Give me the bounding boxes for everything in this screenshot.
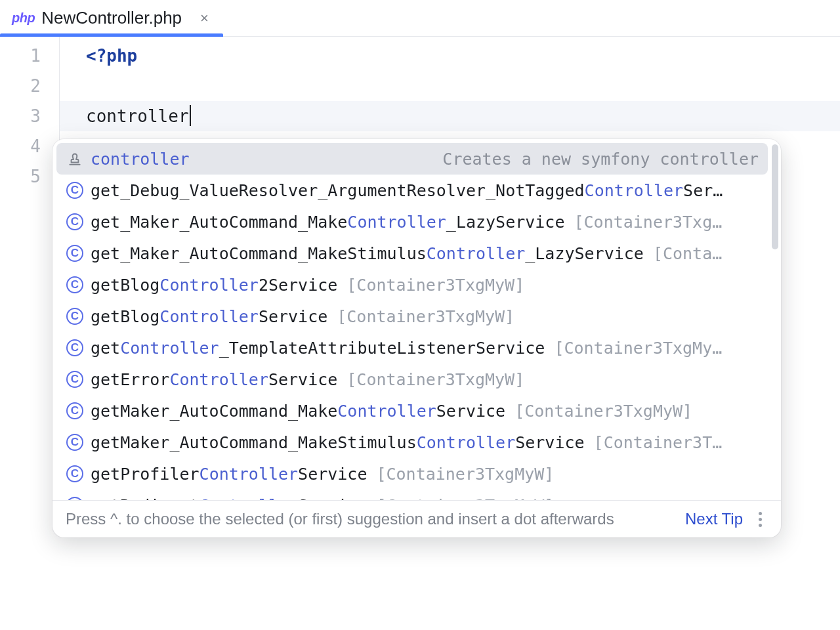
completion-item[interactable]: Cget_Maker_AutoCommand_MakeController_La… bbox=[56, 206, 768, 238]
completion-label: get_Debug_ValueResolver_ArgumentResolver… bbox=[91, 181, 723, 200]
completion-tail: [Container3TxgMy… bbox=[545, 339, 722, 358]
completion-item[interactable]: CgetProfilerControllerService[Container3… bbox=[56, 458, 768, 490]
completion-tail: [Container3TxgMyW] bbox=[367, 496, 554, 501]
completion-tail: [Container3TxgMyW] bbox=[337, 370, 524, 389]
code-line[interactable]: <?php bbox=[86, 41, 840, 71]
line-number: 4 bbox=[0, 131, 41, 161]
class-icon: C bbox=[66, 465, 84, 483]
completion-tail: [Container3TxgMyW] bbox=[337, 276, 524, 295]
completion-tail: [Conta… bbox=[644, 244, 722, 263]
line-number: 5 bbox=[0, 161, 41, 192]
completion-item[interactable]: Cget_Debug_ValueResolver_ArgumentResolve… bbox=[56, 175, 768, 206]
completion-item[interactable]: CgetBlogController2Service[Container3Txg… bbox=[56, 269, 768, 301]
code-line[interactable]: controller bbox=[60, 101, 840, 131]
class-icon: C bbox=[66, 307, 84, 326]
completion-tail: [Container3T… bbox=[585, 433, 723, 452]
completion-label: getRedirectControllerService bbox=[91, 496, 367, 501]
line-number-gutter: 12345 bbox=[0, 37, 59, 192]
live-template-icon bbox=[66, 150, 84, 168]
completion-label: getMaker_AutoCommand_MakeStimulusControl… bbox=[91, 433, 585, 452]
completion-popup: controllerCreates a new symfony controll… bbox=[52, 139, 781, 537]
next-tip-link[interactable]: Next Tip bbox=[685, 510, 743, 528]
completion-label: get_Maker_AutoCommand_MakeController_Laz… bbox=[91, 213, 564, 232]
class-icon: C bbox=[66, 276, 84, 294]
class-icon: C bbox=[66, 433, 84, 452]
class-icon: C bbox=[66, 213, 84, 231]
completion-item[interactable]: CgetMaker_AutoCommand_MakeStimulusContro… bbox=[56, 427, 768, 458]
class-icon: C bbox=[66, 244, 84, 262]
class-icon: C bbox=[66, 402, 84, 420]
line-number: 3 bbox=[0, 101, 41, 131]
completion-scrollbar[interactable] bbox=[772, 144, 778, 249]
code-line[interactable] bbox=[86, 71, 840, 101]
line-number: 2 bbox=[0, 71, 41, 101]
kebab-menu-icon[interactable] bbox=[752, 512, 768, 527]
class-icon: C bbox=[66, 339, 84, 357]
class-icon: C bbox=[66, 181, 84, 200]
completion-item[interactable]: controllerCreates a new symfony controll… bbox=[56, 143, 768, 175]
completion-tail: [Container3TxgMyW] bbox=[327, 307, 514, 326]
completion-item[interactable]: CgetBlogControllerService[Container3TxgM… bbox=[56, 301, 768, 332]
completion-label: controller bbox=[91, 150, 190, 169]
class-icon: C bbox=[66, 496, 84, 500]
editor-tab[interactable]: php NewController.php × bbox=[0, 0, 223, 36]
completion-label: getController_TemplateAttributeListenerS… bbox=[91, 339, 545, 358]
completion-label: getMaker_AutoCommand_MakeControllerServi… bbox=[91, 402, 505, 421]
line-number: 1 bbox=[0, 41, 41, 71]
completion-item[interactable]: CgetRedirectControllerService[Container3… bbox=[56, 490, 768, 500]
tab-bar: php NewController.php × bbox=[0, 0, 840, 37]
completion-label: getProfilerControllerService bbox=[91, 465, 367, 484]
php-filetype-icon: php bbox=[12, 10, 35, 26]
completion-item[interactable]: CgetController_TemplateAttributeListener… bbox=[56, 332, 768, 364]
completion-tail: [Container3Txg… bbox=[564, 213, 722, 232]
text-caret bbox=[190, 105, 191, 126]
completion-item[interactable]: Cget_Maker_AutoCommand_MakeStimulusContr… bbox=[56, 238, 768, 269]
completion-label: getBlogControllerService bbox=[91, 307, 327, 326]
completion-list[interactable]: controllerCreates a new symfony controll… bbox=[52, 139, 781, 500]
completion-item[interactable]: CgetMaker_AutoCommand_MakeControllerServ… bbox=[56, 395, 768, 427]
completion-footer: Press ^. to choose the selected (or firs… bbox=[52, 500, 781, 537]
close-icon[interactable]: × bbox=[198, 10, 211, 27]
completion-label: getErrorControllerService bbox=[91, 370, 337, 389]
completion-label: getBlogController2Service bbox=[91, 276, 337, 295]
completion-tail: Creates a new symfony controller bbox=[432, 150, 759, 169]
class-icon: C bbox=[66, 370, 84, 388]
completion-item[interactable]: CgetErrorControllerService[Container3Txg… bbox=[56, 364, 768, 395]
completion-tail: [Container3TxgMyW] bbox=[505, 402, 692, 421]
completion-tail: [Container3TxgMyW] bbox=[367, 465, 554, 484]
tab-filename: NewController.php bbox=[41, 8, 182, 28]
footer-tip-text: Press ^. to choose the selected (or firs… bbox=[66, 510, 676, 528]
completion-label: get_Maker_AutoCommand_MakeStimulusContro… bbox=[91, 244, 644, 263]
